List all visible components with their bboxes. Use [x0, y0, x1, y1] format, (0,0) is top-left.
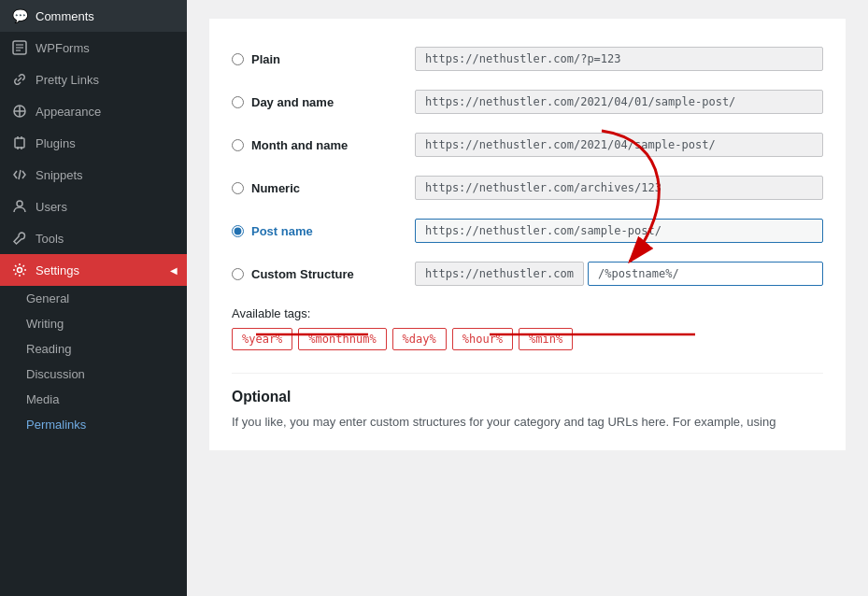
- permalink-row-plain: Plain https://nethustler.com/?p=123: [232, 37, 823, 80]
- sidebar-item-appearance[interactable]: Appearance: [0, 95, 187, 127]
- permalink-url-month-name: https://nethustler.com/2021/04/sample-po…: [415, 133, 823, 157]
- wpforms-icon: [11, 39, 28, 56]
- radio-plain[interactable]: [232, 53, 244, 65]
- permalink-label-post-name[interactable]: Post name: [232, 224, 400, 238]
- submenu-item-writing[interactable]: Writing: [0, 311, 187, 336]
- permalink-label-numeric[interactable]: Numeric: [232, 181, 400, 195]
- custom-structure-label[interactable]: Custom Structure: [232, 267, 400, 281]
- sidebar-item-users[interactable]: Users: [0, 191, 187, 222]
- sidebar-item-label: Appearance: [36, 105, 101, 119]
- radio-numeric[interactable]: [232, 182, 244, 194]
- sidebar-item-label: Pretty Links: [36, 73, 99, 87]
- submenu-label: Permalinks: [26, 418, 86, 432]
- sidebar-item-comments[interactable]: 💬 Comments: [0, 0, 187, 32]
- submenu-label: Writing: [26, 317, 64, 331]
- custom-structure-input[interactable]: [588, 262, 823, 286]
- sidebar-item-settings[interactable]: Settings ◀: [0, 254, 187, 286]
- permalink-label-month-name[interactable]: Month and name: [232, 138, 400, 152]
- submenu-label: Media: [26, 392, 59, 406]
- permalink-row-day-name: Day and name https://nethustler.com/2021…: [232, 80, 823, 123]
- settings-arrow: ◀: [170, 265, 178, 276]
- optional-section: Optional If you like, you may enter cust…: [232, 373, 823, 432]
- submenu-item-reading[interactable]: Reading: [0, 336, 187, 362]
- sidebar-item-label: Tools: [36, 232, 64, 246]
- permalink-row-post-name: Post name https://nethustler.com/sample-…: [232, 209, 823, 252]
- sidebar-item-label: Settings: [36, 263, 79, 277]
- sidebar-item-tools[interactable]: Tools: [0, 222, 187, 254]
- radio-month-name[interactable]: [232, 139, 244, 151]
- sidebar-item-pretty-links[interactable]: Pretty Links: [0, 64, 187, 95]
- tag-day[interactable]: %day%: [392, 328, 447, 350]
- tools-icon: [11, 230, 28, 247]
- tags-list: %year% %monthnum% %day% %hour% %min%: [232, 328, 823, 350]
- radio-day-name[interactable]: [232, 96, 244, 108]
- permalink-url-post-name: https://nethustler.com/sample-post/: [415, 219, 823, 243]
- available-tags-section: Available tags: %year% %monthnum% %day% …: [232, 306, 823, 350]
- sidebar-item-label: Comments: [36, 9, 94, 23]
- permalink-row-numeric: Numeric https://nethustler.com/archives/…: [232, 166, 823, 209]
- optional-description: If you like, you may enter custom struct…: [232, 413, 823, 432]
- submenu-label: Discussion: [26, 367, 85, 381]
- comments-icon: 💬: [11, 7, 28, 24]
- permalink-url-numeric: https://nethustler.com/archives/123: [415, 176, 823, 200]
- svg-point-7: [18, 268, 22, 273]
- submenu-item-discussion[interactable]: Discussion: [0, 362, 187, 387]
- tag-hour[interactable]: %hour%: [452, 328, 513, 350]
- snippets-icon: [11, 166, 28, 183]
- appearance-icon: [11, 103, 28, 120]
- permalink-label-day-name[interactable]: Day and name: [232, 95, 400, 109]
- sidebar-item-label: Snippets: [36, 168, 83, 182]
- optional-title: Optional: [232, 389, 823, 405]
- sidebar-item-label: WPForms: [36, 41, 90, 55]
- submenu-label: General: [26, 291, 69, 305]
- submenu-item-media[interactable]: Media: [0, 387, 187, 412]
- settings-icon: [11, 262, 28, 278]
- submenu-item-permalinks[interactable]: Permalinks: [0, 412, 187, 437]
- submenu-label: Reading: [26, 342, 71, 356]
- custom-url-parts: https://nethustler.com: [415, 262, 823, 286]
- main-content: Plain https://nethustler.com/?p=123 Day …: [187, 0, 868, 596]
- available-tags-label: Available tags:: [232, 306, 823, 320]
- content-wrap: Plain https://nethustler.com/?p=123 Day …: [209, 19, 846, 450]
- radio-custom[interactable]: [232, 268, 244, 280]
- tag-monthnum[interactable]: %monthnum%: [298, 328, 386, 350]
- sidebar-item-label: Users: [36, 200, 67, 214]
- permalink-url-plain: https://nethustler.com/?p=123: [415, 47, 823, 71]
- permalink-row-month-name: Month and name https://nethustler.com/20…: [232, 123, 823, 166]
- plugins-icon: [11, 135, 28, 151]
- custom-base-url: https://nethustler.com: [415, 262, 584, 286]
- sidebar-item-snippets[interactable]: Snippets: [0, 159, 187, 191]
- tag-min[interactable]: %min%: [519, 328, 573, 350]
- svg-rect-5: [15, 138, 24, 148]
- radio-post-name[interactable]: [232, 225, 244, 237]
- custom-structure-row: Custom Structure https://nethustler.com: [232, 252, 823, 295]
- permalink-url-day-name: https://nethustler.com/2021/04/01/sample…: [415, 90, 823, 114]
- svg-point-6: [17, 201, 22, 206]
- sidebar-item-wpforms[interactable]: WPForms: [0, 32, 187, 64]
- sidebar-item-label: Plugins: [36, 136, 76, 150]
- tag-year[interactable]: %year%: [232, 328, 292, 350]
- sidebar-item-plugins[interactable]: Plugins: [0, 127, 187, 159]
- submenu-item-general[interactable]: General: [0, 286, 187, 311]
- pretty-links-icon: [11, 71, 28, 88]
- sidebar: 💬 Comments WPForms Pretty Links Appearan…: [0, 0, 187, 596]
- users-icon: [11, 198, 28, 215]
- permalink-label-plain[interactable]: Plain: [232, 52, 400, 66]
